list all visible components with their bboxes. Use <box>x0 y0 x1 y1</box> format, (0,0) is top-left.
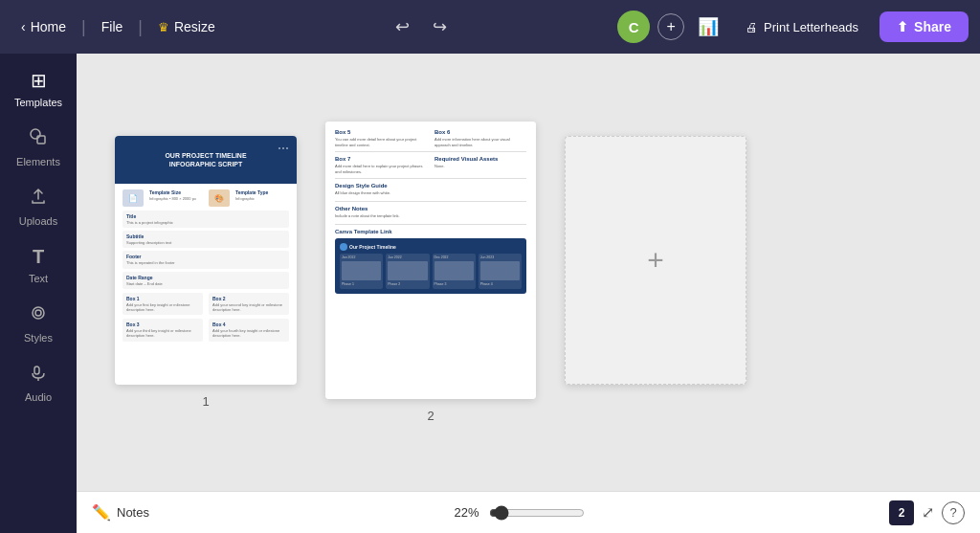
page-count-badge[interactable]: 2 <box>889 500 914 525</box>
chevron-back-icon: ‹ <box>21 19 26 34</box>
page2-inf-col4: Jun 2023 Phase 4 <box>479 254 522 289</box>
page2-inf-col2: Jun 2022 Phase 2 <box>386 254 429 289</box>
page1-box-row1: Box 1 Add your first key insight or mile… <box>122 293 289 315</box>
share-icon: ⬆ <box>897 19 908 34</box>
page2-template-link-label: Canva Template Link <box>335 229 526 234</box>
zoom-controls: 22% <box>161 505 878 521</box>
redo-button[interactable]: ↪ <box>425 12 455 41</box>
sidebar-item-text[interactable]: T Text <box>6 238 71 292</box>
page1-size-title: Template Size <box>149 189 203 195</box>
page1-title: OUR PROJECT TIMELINE INFOGRAPHIC SCRIPT <box>165 151 246 168</box>
share-label: Share <box>914 19 951 34</box>
page1-type-title: Template Type <box>235 189 289 195</box>
page1-box3: Box 3 Add your third key insight or mile… <box>122 319 203 341</box>
topbar-right: C + 📊 🖨 Print Letterheads ⬆ Share <box>617 11 969 43</box>
page2-logo-circle <box>340 243 347 251</box>
page1-meta-row: 📄 Template Size Infographic • 800 × 2000… <box>122 189 289 207</box>
canvas-area: OUR PROJECT TIMELINE INFOGRAPHIC SCRIPT … <box>77 54 980 533</box>
page-1-wrap: OUR PROJECT TIMELINE INFOGRAPHIC SCRIPT … <box>115 136 297 409</box>
page2-inf-col3: Dec 2022 Phase 3 <box>433 254 476 289</box>
resize-button[interactable]: ♛ Resize <box>148 13 225 40</box>
page1-box2: Box 2 Add your second key insight or mil… <box>209 293 289 315</box>
analytics-button[interactable]: 📊 <box>692 12 724 41</box>
print-icon: 🖨 <box>746 20 758 34</box>
page2-infographic: Our Project Timeline Jan 2022 Phase 1 Ju… <box>335 238 526 294</box>
avatar-button[interactable]: C <box>617 11 650 43</box>
page2-infographic-title: Our Project Timeline <box>349 244 396 250</box>
page1-field-subtitle: Subtitle Supporting description text <box>122 231 289 248</box>
page2-inf-col1: Jan 2022 Phase 1 <box>340 254 383 289</box>
page-2-wrap: Box 5 You can add more detail here about… <box>325 122 536 423</box>
page2-required-assets: Required Visual Assets None. <box>434 156 526 174</box>
audio-icon <box>29 363 48 387</box>
topbar: ‹ Home | File | ♛ Resize ↩ ↪ C + 📊 🖨 Pri… <box>0 0 980 54</box>
main-area: ⊞ Templates Elements Uploads T Text Styl… <box>0 54 980 533</box>
page2-box7: Box 7 Add more detail here to explain yo… <box>335 156 427 174</box>
separator: | <box>81 17 86 37</box>
crown-icon: ♛ <box>158 20 169 34</box>
notes-icon: ✏️ <box>92 503 111 522</box>
help-button[interactable]: ? <box>942 501 965 524</box>
zoom-percent-label: 22% <box>454 505 479 520</box>
page2-other-notes: Other Notes Include a note about the tem… <box>335 206 526 219</box>
undo-button[interactable]: ↩ <box>388 12 417 41</box>
sidebar-item-templates[interactable]: ⊞ Templates <box>6 61 71 116</box>
page-2-card[interactable]: Box 5 You can add more detail here about… <box>325 122 536 399</box>
share-button[interactable]: ⬆ Share <box>880 11 969 42</box>
sidebar-item-uploads[interactable]: Uploads <box>6 179 71 234</box>
file-button[interactable]: File <box>92 13 133 40</box>
page2-box56-row: Box 5 You can add more detail here about… <box>335 129 526 147</box>
svg-point-3 <box>35 310 41 316</box>
styles-icon <box>29 303 48 327</box>
page2-box5: Box 5 You can add more detail here about… <box>335 129 427 147</box>
separator2: | <box>138 17 143 37</box>
canvas-scroll[interactable]: OUR PROJECT TIMELINE INFOGRAPHIC SCRIPT … <box>77 54 980 491</box>
page1-box4: Box 4 Add your fourth key insight or mil… <box>209 319 289 341</box>
page2-logo: Our Project Timeline <box>340 243 522 251</box>
page1-field-daterange: Date Range Start date – End date <box>122 272 289 289</box>
topbar-center: ↩ ↪ <box>233 12 610 41</box>
svg-point-2 <box>33 307 44 319</box>
print-label: Print Letterheads <box>764 20 858 34</box>
page1-box1: Box 1 Add your first key insight or mile… <box>122 293 203 315</box>
resize-label: Resize <box>174 19 215 34</box>
sidebar: ⊞ Templates Elements Uploads T Text Styl… <box>0 54 77 533</box>
print-button[interactable]: 🖨 Print Letterheads <box>732 13 872 41</box>
page1-thumb1: 📄 <box>122 189 144 207</box>
page2-infographic-row: Jan 2022 Phase 1 Jun 2022 Phase 2 <box>340 254 522 289</box>
sidebar-label-styles: Styles <box>24 332 53 344</box>
page1-field-footer: Footer This is repeated in the footer <box>122 251 289 268</box>
back-button[interactable]: ‹ Home <box>11 13 76 40</box>
page2-divider1 <box>335 151 526 152</box>
chart-icon: 📊 <box>698 17 719 36</box>
add-collaborator-button[interactable]: + <box>657 13 684 40</box>
templates-icon: ⊞ <box>31 69 47 92</box>
sidebar-label-uploads: Uploads <box>19 215 57 227</box>
page1-box-row2: Box 3 Add your third key insight or mile… <box>122 319 289 341</box>
text-icon: T <box>33 246 44 268</box>
elements-icon <box>29 127 48 151</box>
page2-divider4 <box>335 224 526 225</box>
page-1-card[interactable]: OUR PROJECT TIMELINE INFOGRAPHIC SCRIPT … <box>115 136 297 385</box>
fullscreen-button[interactable]: ⤢ <box>922 503 934 522</box>
page1-options-button[interactable]: ⋯ <box>278 142 289 155</box>
page1-size-text: Infographic • 800 × 2000 px <box>149 196 203 201</box>
sidebar-item-elements[interactable]: Elements <box>6 120 71 175</box>
page1-field-title: Title This is a project infographic <box>122 211 289 228</box>
topbar-left: ‹ Home | File | ♛ Resize <box>11 13 225 40</box>
page1-body: 📄 Template Size Infographic • 800 × 2000… <box>115 184 297 351</box>
add-page-icon: + <box>647 244 664 277</box>
page2-box6: Box 6 Add more information here about yo… <box>434 129 526 147</box>
file-label: File <box>101 19 123 34</box>
svg-point-0 <box>31 129 40 139</box>
page-3-wrap: + 3 <box>565 136 746 409</box>
sidebar-item-styles[interactable]: Styles <box>6 296 71 351</box>
sidebar-label-templates: Templates <box>14 97 62 108</box>
sidebar-label-text: Text <box>29 273 48 284</box>
zoom-slider[interactable] <box>489 505 585 521</box>
sidebar-item-audio[interactable]: Audio <box>6 355 71 411</box>
page-3-card[interactable]: + <box>565 136 746 385</box>
page2-box7-row: Box 7 Add more detail here to explain yo… <box>335 156 526 174</box>
page-3-label: 3 <box>652 394 658 409</box>
notes-button[interactable]: ✏️ Notes <box>92 503 149 522</box>
